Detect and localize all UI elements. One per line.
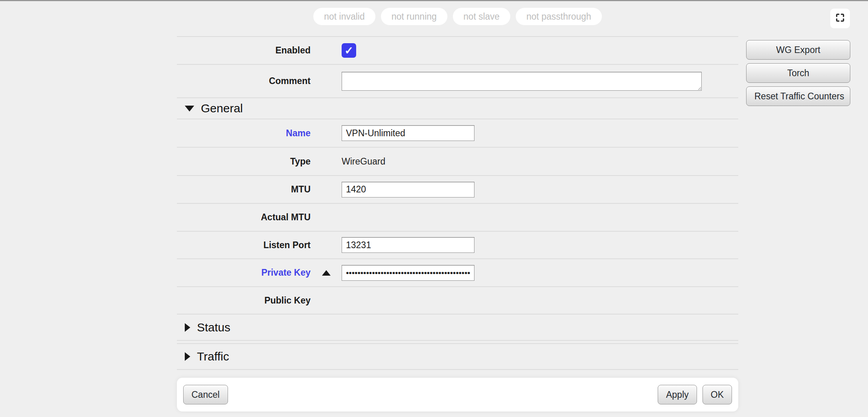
status-badge-not-running: not running: [381, 8, 447, 25]
listen-port-row: Listen Port: [177, 232, 738, 259]
public-key-row: Public Key: [177, 287, 738, 315]
checkmark-icon: ✓: [344, 44, 353, 57]
reset-traffic-counters-button[interactable]: Reset Traffic Counters: [746, 86, 850, 106]
general-section-header[interactable]: General: [177, 98, 738, 119]
mtu-row: MTU: [177, 176, 738, 204]
comment-label: Comment: [177, 76, 311, 86]
mtu-label: MTU: [177, 184, 311, 195]
actual-mtu-row: Actual MTU: [177, 204, 738, 232]
status-badge-not-passthrough: not passthrough: [516, 8, 602, 25]
type-value: WireGuard: [342, 156, 385, 167]
private-key-label: Private Key: [177, 267, 311, 278]
action-bar: Cancel Apply OK: [177, 378, 738, 412]
chevron-right-icon: [185, 352, 190, 361]
listen-port-input[interactable]: [342, 237, 474, 253]
wg-export-button[interactable]: WG Export: [746, 40, 850, 60]
chevron-right-icon: [185, 323, 190, 332]
fullscreen-button[interactable]: [830, 9, 850, 28]
enabled-label: Enabled: [177, 45, 311, 56]
name-row: Name: [177, 119, 738, 148]
private-key-row: Private Key: [177, 259, 738, 287]
private-key-input[interactable]: [342, 265, 474, 281]
enabled-row: Enabled ✓: [177, 37, 738, 65]
traffic-section-label: Traffic: [197, 350, 229, 363]
apply-button[interactable]: Apply: [658, 385, 697, 404]
mtu-input[interactable]: [342, 182, 474, 198]
torch-button[interactable]: Torch: [746, 63, 850, 83]
collapse-up-icon[interactable]: [322, 270, 331, 276]
enabled-checkbox[interactable]: ✓: [342, 43, 356, 58]
status-section-label: Status: [197, 321, 230, 334]
name-input[interactable]: [342, 125, 474, 141]
status-badge-not-slave: not slave: [453, 8, 510, 25]
side-button-panel: WG Export Torch Reset Traffic Counters: [746, 40, 850, 106]
status-badges: not invalid not running not slave not pa…: [177, 8, 738, 25]
actual-mtu-label: Actual MTU: [177, 212, 311, 223]
chevron-down-icon: [185, 106, 194, 112]
type-label: Type: [177, 156, 311, 167]
general-section-label: General: [201, 102, 243, 115]
type-row: Type WireGuard: [177, 148, 738, 176]
comment-textarea[interactable]: [342, 72, 702, 91]
name-label: Name: [177, 128, 311, 139]
public-key-label: Public Key: [177, 295, 311, 306]
wireguard-interface-form: Enabled ✓ Comment General Name Type Wire…: [177, 36, 738, 370]
fullscreen-icon: [835, 13, 845, 24]
traffic-section-header[interactable]: Traffic: [177, 343, 738, 370]
status-badge-not-invalid: not invalid: [313, 8, 375, 25]
ok-button[interactable]: OK: [702, 385, 732, 404]
page-top-border: [0, 0, 868, 1]
comment-row: Comment: [177, 65, 738, 98]
cancel-button[interactable]: Cancel: [183, 385, 228, 404]
status-section-header[interactable]: Status: [177, 315, 738, 341]
listen-port-label: Listen Port: [177, 240, 311, 251]
